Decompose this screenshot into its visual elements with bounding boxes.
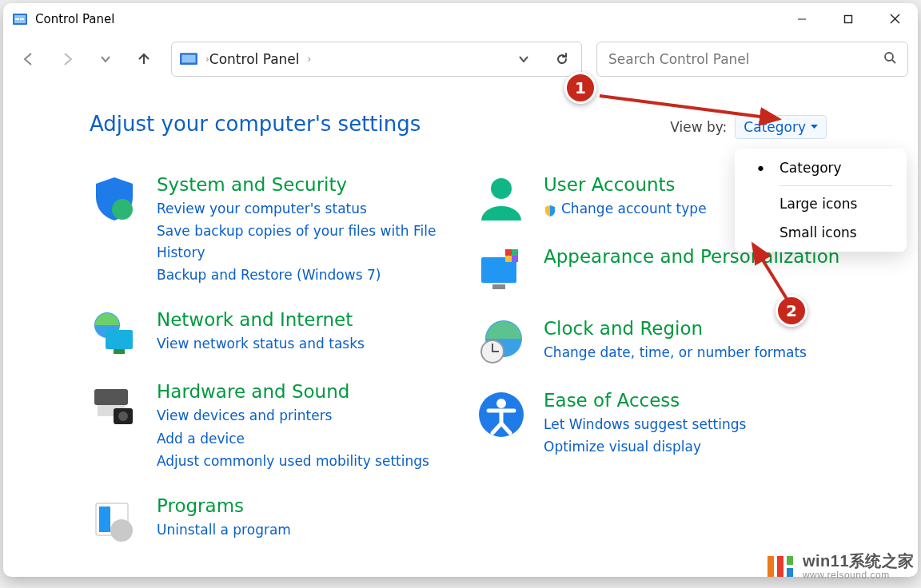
printer-camera-icon <box>90 381 139 431</box>
uac-shield-icon <box>544 202 556 215</box>
nav-recent-button[interactable] <box>90 43 122 75</box>
category-title[interactable]: Network and Internet <box>157 309 457 330</box>
category-appearance: Appearance and Personalization <box>476 246 844 296</box>
user-icon <box>476 174 526 224</box>
globe-monitor-icon <box>90 309 139 359</box>
link-text: View network status and tasks <box>157 333 365 354</box>
chevron-right-icon: › <box>308 54 312 65</box>
dropdown-item-category[interactable]: Category <box>735 153 907 182</box>
svg-rect-26 <box>505 249 512 256</box>
nav-up-button[interactable] <box>128 43 160 75</box>
svg-rect-15 <box>114 349 125 354</box>
svg-rect-16 <box>94 389 128 405</box>
address-dropdown-button[interactable] <box>504 42 543 76</box>
svg-point-23 <box>491 178 512 199</box>
dropdown-item-large-icons[interactable]: Large icons <box>735 189 907 218</box>
category-link[interactable]: Optimize visual display <box>544 436 844 457</box>
svg-rect-37 <box>777 556 783 577</box>
category-title[interactable]: System and Security <box>157 174 457 195</box>
link-text: Backup and Restore (Windows 7) <box>157 264 381 285</box>
svg-rect-14 <box>106 330 133 349</box>
category-link[interactable]: Change date, time, or number formats <box>544 342 844 363</box>
minimize-button[interactable] <box>779 3 825 35</box>
search-input[interactable] <box>608 51 907 67</box>
svg-line-11 <box>892 60 895 63</box>
link-text: Add a device <box>157 428 245 449</box>
category-globe-monitor: Network and InternetView network status … <box>90 309 457 359</box>
toolbar: › Control Panel › <box>3 35 918 83</box>
nav-back-button[interactable] <box>13 43 45 75</box>
svg-rect-36 <box>768 556 774 577</box>
programs-icon <box>90 495 139 545</box>
svg-rect-25 <box>492 284 505 289</box>
watermark-line2: www.relsound.com <box>803 570 915 582</box>
close-button[interactable] <box>871 3 918 35</box>
link-text: Adjust commonly used mobility settings <box>157 451 429 471</box>
category-link[interactable]: Review your computer's status <box>157 198 457 219</box>
appearance-icon <box>476 246 526 296</box>
view-by-dropdown: Category Large icons Small icons <box>735 149 907 252</box>
view-by-selector[interactable]: Category <box>735 115 827 139</box>
svg-point-10 <box>885 53 893 61</box>
watermark-logo-icon <box>766 551 796 582</box>
category-link[interactable]: Save backup copies of your files with Fi… <box>157 220 457 263</box>
view-by-row: View by: Category <box>670 115 827 139</box>
nav-forward-button[interactable] <box>51 43 83 75</box>
svg-point-22 <box>110 519 133 542</box>
link-text: Change account type <box>561 198 707 219</box>
category-shield: System and SecurityReview your computer'… <box>90 174 457 287</box>
category-printer-camera: Hardware and SoundView devices and print… <box>90 381 457 473</box>
link-text: View devices and printers <box>157 405 332 426</box>
category-title[interactable]: Programs <box>157 495 457 516</box>
category-title[interactable]: Clock and Region <box>544 318 844 339</box>
link-text: Save backup copies of your files with Fi… <box>157 220 457 263</box>
address-bar[interactable]: › Control Panel › <box>171 42 582 77</box>
svg-point-12 <box>112 199 133 220</box>
svg-rect-2 <box>15 18 19 20</box>
category-link[interactable]: Add a device <box>157 428 457 449</box>
category-link[interactable]: Let Windows suggest settings <box>544 414 844 435</box>
shield-icon <box>90 174 139 224</box>
address-icon <box>180 52 197 66</box>
watermark-line1: win11系统之家 <box>803 552 915 570</box>
view-by-value: Category <box>744 119 806 135</box>
control-panel-icon <box>13 12 27 26</box>
chevron-down-icon <box>811 125 818 129</box>
dropdown-item-small-icons[interactable]: Small icons <box>735 218 907 247</box>
link-text: Uninstall a program <box>157 519 291 540</box>
category-link[interactable]: Uninstall a program <box>157 519 457 540</box>
svg-rect-39 <box>787 568 793 577</box>
search-icon <box>883 51 896 67</box>
svg-rect-27 <box>512 249 518 256</box>
category-link[interactable]: View network status and tasks <box>157 333 457 354</box>
maximize-button[interactable] <box>825 3 871 35</box>
link-text: Review your computer's status <box>157 198 367 219</box>
category-title[interactable]: Hardware and Sound <box>157 381 457 402</box>
category-link[interactable]: View devices and printers <box>157 405 457 426</box>
category-ease: Ease of AccessLet Windows suggest settin… <box>476 390 844 459</box>
svg-rect-29 <box>512 256 518 262</box>
category-link[interactable]: Adjust commonly used mobility settings <box>157 451 457 471</box>
svg-rect-21 <box>99 507 110 532</box>
link-text: Let Windows suggest settings <box>544 414 746 435</box>
category-title[interactable]: Ease of Access <box>544 390 844 411</box>
control-panel-window: Control Panel › Control Panel › <box>3 3 918 577</box>
link-text: Change date, time, or number formats <box>544 342 807 363</box>
refresh-button[interactable] <box>543 42 581 76</box>
titlebar: Control Panel <box>3 3 918 35</box>
window-title: Control Panel <box>35 12 114 26</box>
category-clock-globe: Clock and RegionChange date, time, or nu… <box>476 318 844 368</box>
category-programs: ProgramsUninstall a program <box>90 495 457 545</box>
svg-point-33 <box>496 399 506 408</box>
svg-rect-9 <box>181 55 195 63</box>
content-area: Adjust your computer's settings View by:… <box>3 83 918 577</box>
watermark: win11系统之家 www.relsound.com <box>766 551 915 582</box>
svg-rect-38 <box>787 556 793 565</box>
search-box[interactable] <box>596 42 908 77</box>
breadcrumb[interactable]: Control Panel <box>209 51 300 67</box>
category-column-left: System and SecurityReview your computer'… <box>90 174 457 545</box>
svg-point-19 <box>118 411 128 421</box>
link-text: Optimize visual display <box>544 436 701 457</box>
clock-globe-icon <box>476 318 526 368</box>
category-link[interactable]: Backup and Restore (Windows 7) <box>157 264 457 285</box>
